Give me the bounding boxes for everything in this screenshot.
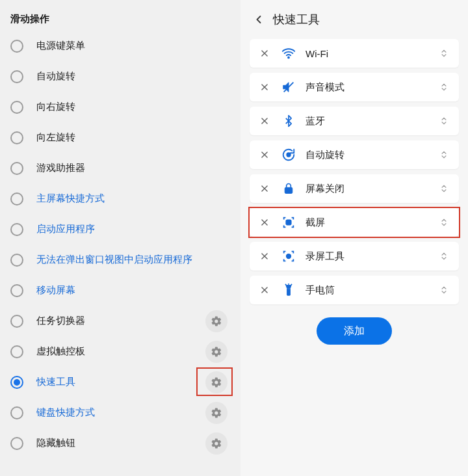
remove-button[interactable] — [257, 83, 272, 92]
right-panel-header: 快速工具 — [240, 4, 468, 35]
radio-indicator — [10, 254, 23, 267]
radio-label: 电源键菜单 — [36, 40, 231, 52]
settings-gear-button[interactable] — [205, 310, 228, 332]
radio-label: 快速工具 — [36, 376, 205, 388]
drag-handle-icon — [439, 81, 448, 93]
drag-handle-icon — [439, 149, 448, 161]
radio-indicator — [10, 40, 23, 53]
tool-label: 截屏 — [306, 217, 437, 229]
screenshot-icon — [281, 215, 296, 230]
radio-row[interactable]: 向右旋转 — [8, 92, 233, 122]
gear-icon — [211, 407, 222, 419]
remove-button[interactable] — [257, 150, 272, 159]
close-icon — [260, 150, 269, 159]
radio-row[interactable]: 虚拟触控板 — [8, 336, 233, 367]
remove-button[interactable] — [257, 49, 272, 58]
radio-row[interactable]: 主屏幕快捷方式 — [8, 183, 233, 214]
gear-icon — [211, 377, 222, 388]
radio-label: 向左旋转 — [36, 131, 231, 144]
radio-list: 电源键菜单自动旋转向右旋转向左旋转游戏助推器主屏幕快捷方式启动应用程序无法在弹出… — [8, 31, 233, 458]
left-panel: 滑动操作 电源键菜单自动旋转向右旋转向左旋转游戏助推器主屏幕快捷方式启动应用程序… — [0, 0, 240, 476]
drag-handle[interactable] — [437, 217, 451, 228]
radio-row[interactable]: 向左旋转 — [8, 122, 233, 153]
tool-row[interactable]: 手电筒 — [250, 276, 459, 304]
tool-list: Wi-Fi声音模式蓝牙自动旋转屏幕关闭截屏录屏工具手电筒 — [240, 35, 468, 304]
settings-gear-button[interactable] — [205, 341, 228, 363]
tool-row[interactable]: 蓝牙 — [250, 107, 459, 135]
remove-button[interactable] — [257, 116, 272, 126]
settings-gear-button[interactable] — [205, 371, 228, 393]
radio-indicator — [10, 192, 23, 205]
drag-handle[interactable] — [437, 183, 451, 194]
radio-row[interactable]: 快速工具 — [8, 367, 233, 397]
drag-handle-icon — [439, 47, 448, 59]
close-icon — [260, 184, 269, 193]
svg-rect-16 — [286, 220, 291, 224]
tool-label: Wi-Fi — [306, 48, 437, 59]
tool-row[interactable]: 录屏工具 — [250, 242, 459, 271]
tool-label: 声音模式 — [306, 81, 437, 94]
radio-indicator — [10, 70, 23, 83]
gear-icon — [211, 346, 222, 358]
close-icon — [260, 116, 269, 126]
tool-row[interactable]: 声音模式 — [250, 73, 459, 101]
settings-gear-button[interactable] — [205, 432, 228, 455]
back-button[interactable] — [247, 8, 270, 31]
drag-handle-icon — [439, 284, 448, 296]
radio-row[interactable]: 游戏助推器 — [8, 153, 233, 183]
tool-row[interactable]: 屏幕关闭 — [250, 174, 459, 203]
radio-label: 自动旋转 — [36, 70, 231, 83]
radio-indicator — [10, 315, 23, 328]
remove-button[interactable] — [257, 252, 272, 261]
svg-line-23 — [285, 284, 286, 285]
radio-label: 隐藏触钮 — [36, 437, 205, 449]
remove-button[interactable] — [257, 285, 272, 295]
radio-label: 游戏助推器 — [36, 162, 231, 174]
radio-indicator — [10, 437, 23, 450]
tool-row[interactable]: 截屏 — [250, 208, 459, 237]
drag-handle[interactable] — [437, 47, 451, 59]
drag-handle[interactable] — [437, 284, 451, 296]
remove-button[interactable] — [257, 218, 272, 227]
close-icon — [260, 285, 269, 295]
chevron-left-icon — [252, 13, 265, 26]
radio-label: 无法在弹出窗口视图中启动应用程序 — [36, 254, 231, 266]
drag-handle[interactable] — [437, 250, 451, 262]
radio-row[interactable]: 启动应用程序 — [8, 214, 233, 245]
right-panel: 快速工具 Wi-Fi声音模式蓝牙自动旋转屏幕关闭截屏录屏工具手电筒 添加 — [240, 0, 468, 476]
close-icon — [260, 218, 269, 227]
radio-indicator — [10, 406, 23, 419]
flashlight-icon — [281, 282, 296, 298]
drag-handle[interactable] — [437, 149, 451, 161]
drag-handle[interactable] — [437, 81, 451, 93]
add-button[interactable]: 添加 — [317, 317, 392, 345]
drag-handle[interactable] — [437, 115, 451, 127]
tool-row[interactable]: Wi-Fi — [250, 39, 459, 68]
tool-label: 自动旋转 — [306, 149, 437, 161]
settings-gear-button[interactable] — [205, 402, 228, 424]
tool-label: 屏幕关闭 — [306, 183, 437, 195]
close-icon — [260, 49, 269, 58]
radio-row[interactable]: 自动旋转 — [8, 61, 233, 92]
svg-line-24 — [291, 284, 292, 285]
radio-indicator — [10, 376, 23, 389]
tool-label: 录屏工具 — [306, 250, 437, 263]
radio-indicator — [10, 101, 23, 114]
radio-row[interactable]: 移动屏幕 — [8, 275, 233, 306]
remove-button[interactable] — [257, 184, 272, 193]
radio-label: 虚拟触控板 — [36, 345, 205, 358]
radio-row[interactable]: 电源键菜单 — [8, 31, 233, 61]
gear-icon — [211, 315, 222, 327]
radio-indicator — [10, 223, 23, 236]
radio-indicator — [10, 162, 23, 175]
close-icon — [260, 83, 269, 92]
radio-row[interactable]: 无法在弹出窗口视图中启动应用程序 — [8, 245, 233, 275]
radio-indicator — [10, 131, 23, 144]
tool-row[interactable]: 自动旋转 — [250, 140, 459, 169]
tool-label: 蓝牙 — [306, 115, 437, 127]
radio-row[interactable]: 任务切换器 — [8, 306, 233, 336]
radio-row[interactable]: 键盘快捷方式 — [8, 397, 233, 428]
drag-handle-icon — [439, 183, 448, 194]
rotate-icon — [281, 147, 296, 163]
radio-row[interactable]: 隐藏触钮 — [8, 428, 233, 458]
